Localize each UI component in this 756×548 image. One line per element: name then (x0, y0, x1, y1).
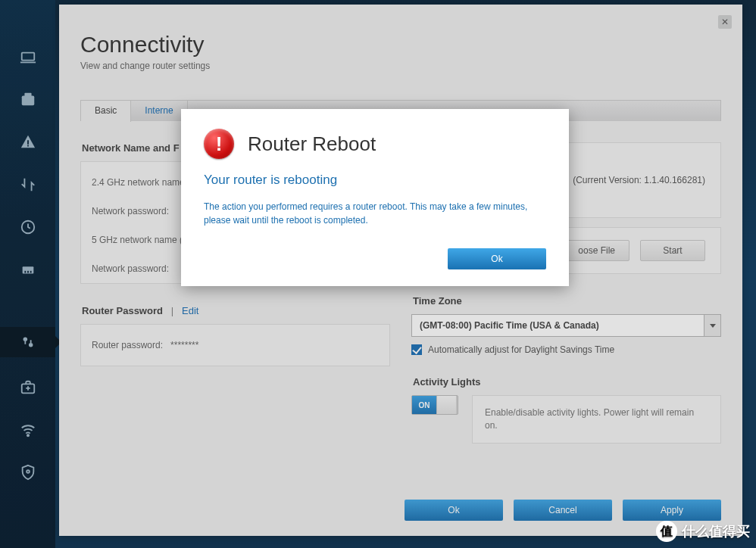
router-reboot-dialog: ! Router Reboot Your router is rebooting… (181, 109, 569, 286)
watermark: 值 什么值得买 (656, 521, 750, 542)
exclamation-icon: ! (204, 129, 234, 159)
watermark-text: 什么值得买 (682, 522, 750, 540)
modal-ok-button[interactable]: Ok (448, 248, 546, 269)
modal-subtitle: Your router is rebooting (204, 173, 546, 188)
modal-title: Router Reboot (248, 132, 376, 156)
watermark-logo: 值 (656, 521, 677, 542)
modal-body: The action you performed requires a rout… (204, 200, 537, 227)
